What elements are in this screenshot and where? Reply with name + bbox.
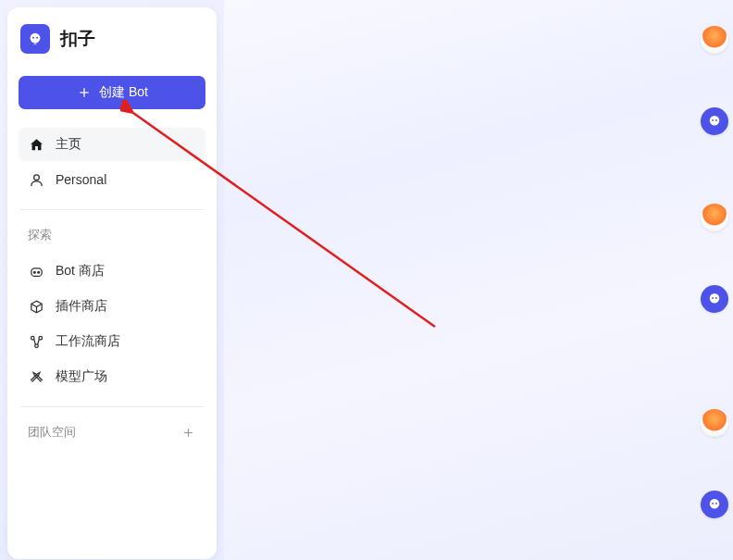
right-dock — [701, 26, 728, 560]
plus-icon — [76, 84, 93, 101]
create-bot-label: 创建 Bot — [99, 84, 148, 101]
person-icon — [28, 171, 44, 188]
svg-point-0 — [31, 33, 41, 44]
add-team-button[interactable] — [180, 424, 196, 441]
svg-point-5 — [33, 174, 39, 180]
brand-logo-icon — [20, 24, 50, 54]
svg-rect-6 — [31, 268, 41, 276]
svg-point-2 — [36, 37, 38, 39]
svg-point-18 — [710, 293, 720, 304]
dock-avatar-bot[interactable] — [701, 285, 728, 313]
dock-avatar-balloon[interactable] — [701, 26, 728, 54]
svg-point-19 — [712, 297, 714, 299]
explore-section-label: 探索 — [19, 223, 205, 247]
sidebar-item-label: 工作流商店 — [56, 333, 120, 350]
home-icon — [28, 136, 44, 153]
svg-point-7 — [33, 271, 35, 273]
cube-icon — [28, 298, 44, 315]
dock-avatar-bot[interactable] — [701, 491, 728, 518]
sidebar-item-label: 插件商店 — [56, 298, 107, 315]
main-content-area — [224, 0, 733, 560]
svg-point-22 — [712, 503, 714, 504]
svg-point-20 — [715, 297, 717, 299]
team-space-label: 团队空间 — [28, 424, 76, 441]
dock-avatar-balloon[interactable] — [701, 204, 728, 231]
sidebar-item-workflow-store[interactable]: 工作流商店 — [19, 325, 205, 358]
svg-point-16 — [712, 119, 714, 121]
bot-icon — [28, 263, 44, 280]
svg-point-12 — [34, 343, 38, 347]
svg-point-17 — [715, 119, 717, 121]
dock-avatar-bot[interactable] — [701, 107, 728, 135]
svg-point-21 — [710, 499, 720, 509]
sidebar-item-home[interactable]: 主页 — [19, 128, 205, 161]
sidebar-item-label: 模型广场 — [56, 368, 107, 385]
sidebar-item-plugin-store[interactable]: 插件商店 — [19, 290, 205, 323]
swords-icon — [28, 368, 44, 385]
team-space-row: 团队空间 — [19, 420, 205, 444]
brand: 扣子 — [19, 24, 205, 54]
sidebar: 扣子 创建 Bot 主页 Personal 探索 — [7, 7, 217, 559]
svg-point-1 — [32, 37, 34, 39]
divider — [20, 406, 204, 407]
brand-name: 扣子 — [60, 27, 95, 51]
create-bot-button[interactable]: 创建 Bot — [19, 76, 205, 109]
dock-avatar-balloon[interactable] — [701, 409, 728, 437]
sidebar-item-label: Bot 商店 — [56, 263, 105, 280]
sidebar-item-personal[interactable]: Personal — [19, 163, 205, 196]
divider — [20, 209, 204, 210]
sidebar-item-bot-store[interactable]: Bot 商店 — [19, 255, 205, 288]
svg-point-8 — [37, 271, 39, 273]
sidebar-item-model-arena[interactable]: 模型广场 — [19, 360, 205, 393]
sidebar-item-label: Personal — [56, 172, 106, 187]
svg-point-15 — [710, 116, 720, 126]
workflow-icon — [28, 333, 44, 350]
sidebar-item-label: 主页 — [56, 136, 81, 153]
svg-point-23 — [715, 503, 717, 504]
